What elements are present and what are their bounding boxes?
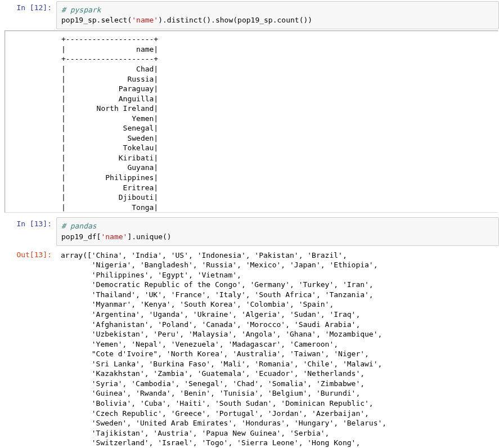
input-cell-12: In [12]: # pyspark pop19_sp.select('name… — [0, 0, 499, 30]
output-text-12: +--------------------+ | name| +--------… — [57, 31, 498, 213]
code-editor-12[interactable]: # pyspark pop19_sp.select('name').distin… — [56, 1, 499, 29]
output-text-13: array(['China', 'India', 'US', 'Indonesi… — [56, 247, 499, 448]
code-text: ].unique() — [127, 232, 171, 241]
code-string: 'name' — [101, 232, 127, 241]
input-prompt-13: In [13]: — [0, 216, 56, 231]
code-text: pop19_df[ — [61, 232, 101, 241]
code-comment: # pandas — [61, 222, 97, 230]
output-scroll-area-12[interactable]: +--------------------+ | name| +--------… — [5, 30, 498, 213]
code-string: 'name' — [132, 16, 158, 24]
code-text: pop19_sp.select( — [61, 16, 132, 24]
output-prompt-13: Out[13]: — [0, 247, 56, 262]
code-text: ).distinct().show(pop19_sp.count()) — [158, 16, 312, 24]
input-prompt-12: In [12]: — [0, 0, 56, 15]
input-cell-13: In [13]: # pandas pop19_df['name'].uniqu… — [0, 216, 499, 247]
code-editor-13[interactable]: # pandas pop19_df['name'].unique() — [56, 217, 499, 245]
output-cell-13: Out[13]: array(['China', 'India', 'US', … — [0, 247, 499, 448]
code-comment: # pyspark — [61, 6, 101, 14]
